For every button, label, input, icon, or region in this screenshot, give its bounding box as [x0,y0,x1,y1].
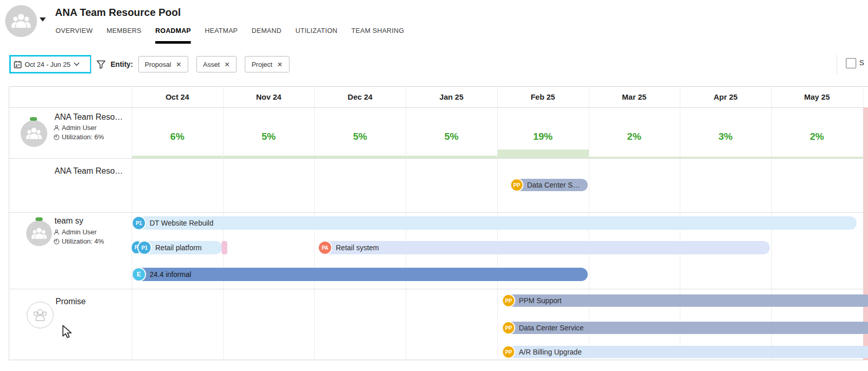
utilization-bar [589,157,680,158]
avatar-dropdown-caret[interactable] [40,17,46,22]
month-header: Dec 24 [314,89,406,105]
remove-chip-icon[interactable]: ✕ [277,61,283,68]
utilization-bar [315,156,406,158]
person-icon [53,229,60,235]
month-header: Feb 25 [497,89,589,105]
entity-type-badge-e: E [133,268,145,281]
gantt-bar[interactable]: PPPPM Support [502,294,868,307]
month-header: Apr 25 [680,89,771,105]
tab-demand[interactable]: DEMAND [251,27,281,44]
gantt-bar-tail [222,241,227,254]
status-badge [30,117,37,121]
chip-label: Project [251,61,272,68]
entity-type-badge-pa: PA [319,242,331,254]
toolbar-divider [837,54,837,74]
pool-row-name[interactable]: ANA Team Reso… [55,113,123,122]
month-header: Nov 24 [223,89,315,105]
gantt-bar[interactable]: P1DT Website Rebuild [132,216,857,230]
show-checkbox-label: S [859,59,864,67]
group-icon [31,227,47,240]
pool-row-avatar[interactable] [21,120,47,147]
utilization-percent: 19% [497,127,589,146]
entity-label: Entity: [111,60,133,68]
gantt-bar-label: Data Center Service [519,324,584,332]
person-icon [53,125,60,131]
entity-type-badge-pp: PP [511,179,522,191]
gantt-bar-label: Retail system [336,244,379,252]
member-avatar-outline[interactable] [27,302,53,328]
calendar-icon [14,61,22,68]
entity-type-badge-pp: PP [503,346,514,358]
utilization-percent: 5% [314,127,406,146]
gantt-bar[interactable]: PPData Center S… [510,179,588,191]
status-badge [35,217,43,221]
entity-filter: Entity: Proposal✕Asset✕Project✕ [97,55,290,73]
tab-bar: OVERVIEWMEMBERSROADMAPHEATMAPDEMANDUTILI… [56,27,404,44]
gantt-bar-label: Data Center S… [527,181,580,189]
utilization-percent: 6% [132,127,223,146]
tab-utilization[interactable]: UTILIZATION [295,27,337,44]
remove-chip-icon[interactable]: ✕ [176,61,182,68]
utilization-bar [406,156,497,158]
chevron-down-icon [74,62,80,66]
date-range-picker[interactable]: Oct 24 - Jun 25 [9,55,92,73]
row-border [9,212,868,213]
date-range-value: Oct 24 - Jun 25 [25,61,70,68]
pie-chart-icon [53,238,60,245]
gantt-bar-label: 24.4 informal [150,270,191,279]
row-border [9,289,868,289]
header-border [9,107,868,108]
utilization-percent: 3% [680,127,771,146]
gantt-bar[interactable]: E24.4 informal [132,268,588,281]
tab-roadmap[interactable]: ROADMAP [155,27,191,44]
mouse-cursor [62,325,73,338]
month-header: Oct 24 [132,89,223,105]
utilization-percent: 2% [771,127,863,146]
gantt-bar-label: DT Website Rebuild [150,219,213,227]
member-row-utilization: Utilization: 4% [53,237,104,245]
resource-pool-roadmap-page: { "header": { "title": "ANA Team Resourc… [0,0,868,371]
tab-team-sharing[interactable]: TEAM SHARING [351,27,404,44]
show-checkbox[interactable] [846,58,856,68]
gantt-bar-label: Retail platform [155,244,202,252]
tab-heatmap[interactable]: HEATMAP [205,27,238,44]
gantt-bar[interactable]: PPA/R Billing Upgrade [502,346,868,358]
entity-chip-project[interactable]: Project✕ [245,56,289,72]
entity-type-badge-pp: PP [503,295,514,306]
tab-members[interactable]: MEMBERS [106,27,141,44]
group-icon [11,12,31,30]
pool-row-user: Admin User [53,124,97,132]
entity-chip-asset[interactable]: Asset✕ [196,56,237,72]
gantt-bar[interactable]: PPData Center Service [502,322,868,334]
entity-chip-proposal[interactable]: Proposal✕ [138,56,188,72]
entity-type-badge-p1: P1 [133,217,145,229]
roadmap-grid: ANA Team Reso… Admin User Utilization: 6… [9,86,868,360]
remove-chip-icon[interactable]: ✕ [224,61,230,68]
chip-label: Proposal [145,61,171,68]
entity-type-badge-p1: P1 [138,242,151,254]
member-avatar[interactable] [26,220,52,246]
utilization-bar [680,157,771,158]
row-border [9,158,868,159]
tab-overview[interactable]: OVERVIEW [56,27,93,44]
utilization-percent: 2% [589,127,680,146]
utilization-bar [132,156,223,158]
entity-type-badge-pp: PP [503,322,514,333]
gantt-bar[interactable]: PP1Retail platform [132,241,222,254]
group-icon [32,308,48,322]
member-row-name[interactable]: Promise [56,297,86,306]
gantt-bar[interactable]: PARetail system [318,241,770,254]
member-row-user: Admin User [53,228,97,236]
pool-entities-row-name[interactable]: ANA Team Reso… [55,166,123,176]
member-row-name[interactable]: team sy [55,216,83,226]
chip-label: Asset [203,61,220,68]
gantt-bar-label: PPM Support [519,296,562,305]
utilization-bar [772,157,863,158]
pool-avatar[interactable] [5,5,37,37]
filter-icon [97,60,105,69]
month-header: Mar 25 [589,89,680,105]
utilization-bar [498,150,589,158]
group-icon [26,126,42,141]
utilization-percent: 5% [406,127,497,146]
page-title: ANA Team Resource Pool [55,7,181,18]
